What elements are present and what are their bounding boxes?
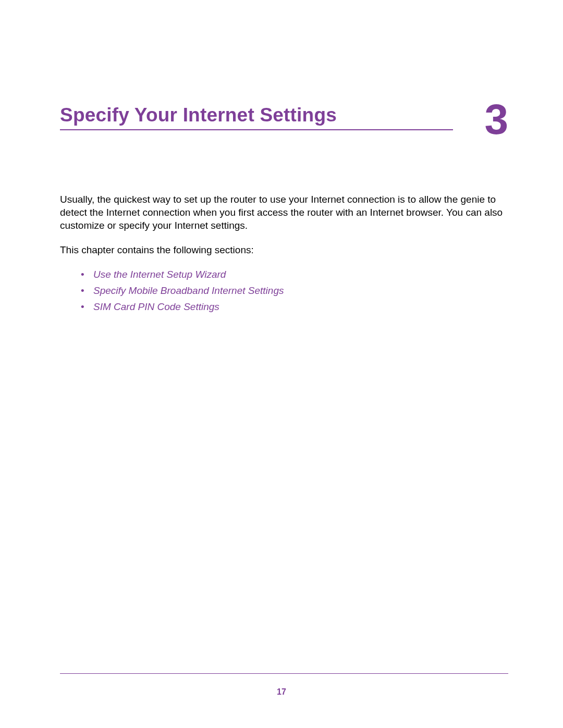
section-link-sim-pin[interactable]: SIM Card PIN Code Settings: [93, 301, 219, 312]
chapter-title: Specify Your Internet Settings: [60, 104, 453, 126]
chapter-number: 3: [484, 103, 508, 135]
chapter-header: Specify Your Internet Settings 3: [60, 104, 508, 135]
list-item: Use the Internet Setup Wizard: [81, 268, 508, 281]
title-underline: [60, 129, 453, 130]
chapter-title-wrap: Specify Your Internet Settings: [60, 104, 484, 130]
document-page: Specify Your Internet Settings 3 Usually…: [0, 0, 563, 313]
intro-paragraph: Usually, the quickest way to set up the …: [60, 193, 508, 232]
page-number: 17: [0, 687, 563, 697]
section-links-list: Use the Internet Setup Wizard Specify Mo…: [81, 268, 508, 313]
sections-lead: This chapter contains the following sect…: [60, 243, 508, 256]
list-item: SIM Card PIN Code Settings: [81, 300, 508, 313]
list-item: Specify Mobile Broadband Internet Settin…: [81, 284, 508, 297]
section-link-mobile-broadband[interactable]: Specify Mobile Broadband Internet Settin…: [93, 285, 284, 296]
footer-divider: [60, 673, 508, 674]
section-link-setup-wizard[interactable]: Use the Internet Setup Wizard: [93, 269, 226, 280]
